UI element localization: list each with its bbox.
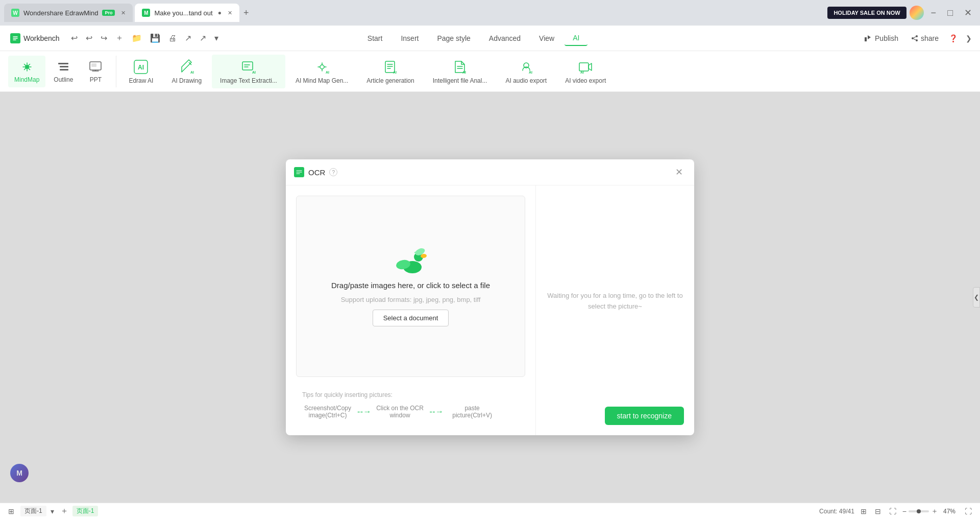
svg-rect-6 xyxy=(60,66,68,67)
ocr-waiting-text: Waiting for you for a long time, go to t… xyxy=(546,291,684,312)
nav-insert[interactable]: Insert xyxy=(393,31,427,45)
ai-drawing-button[interactable]: AI AI Drawing xyxy=(163,55,210,88)
fit-screen-button[interactable]: ⛶ xyxy=(887,506,898,516)
ocr-upload-sub-text: Support upload formats: jpg, jpeg, png, … xyxy=(341,296,481,303)
ai-audio-export-icon: AI xyxy=(518,59,534,75)
help-button[interactable]: ❓ xyxy=(947,32,960,44)
app: Workbench ↩ ↩ ↪ ＋ 📁 💾 🖨 ↗ ↗ ▾ Start Inse… xyxy=(0,26,980,519)
title-bar: Workbench ↩ ↩ ↪ ＋ 📁 💾 🖨 ↗ ↗ ▾ Start Inse… xyxy=(0,26,980,51)
intelligent-file-anal-button[interactable]: AI Intelligent file Anal... xyxy=(425,55,496,88)
ai-mindmap-gen-icon: AI xyxy=(314,59,330,75)
arrow-icon-1: - - → xyxy=(357,407,371,416)
zoom-in-button[interactable]: ＋ xyxy=(931,507,938,516)
ocr-select-document-button[interactable]: Select a document xyxy=(373,310,449,326)
export-button[interactable]: ↗ xyxy=(182,31,194,45)
tab-wondershare[interactable]: W Wondershare EdrawMind Pro ✕ xyxy=(4,4,133,22)
browser-chrome: W Wondershare EdrawMind Pro ✕ M Make you… xyxy=(0,0,980,26)
title-right: Publish share ❓ ❯ xyxy=(860,32,974,44)
nav-start[interactable]: Start xyxy=(359,31,391,45)
ocr-close-button[interactable]: ✕ xyxy=(672,166,686,179)
zoom-level: 47% xyxy=(940,508,959,515)
new-tab-button[interactable]: + xyxy=(241,6,251,20)
ocr-start-recognize-button[interactable]: start to recognize xyxy=(605,407,684,425)
page-dropdown-button[interactable]: ▾ xyxy=(48,506,56,516)
share-file-button[interactable]: ↗ xyxy=(197,31,209,45)
tab-make[interactable]: M Make you...tand out ● ✕ xyxy=(135,4,239,22)
ai-toolbar: AI Edraw AI AI AI Drawing AI Image Text … xyxy=(120,55,972,88)
tab-close-make[interactable]: ✕ xyxy=(228,10,232,16)
svg-rect-9 xyxy=(91,63,96,67)
outline-label: Outline xyxy=(54,76,73,83)
undo2-button[interactable]: ↩ xyxy=(83,31,95,45)
undo-button[interactable]: ↩ xyxy=(68,31,81,45)
ppt-button[interactable]: PPT xyxy=(81,56,110,87)
mindmap-icon xyxy=(20,60,34,74)
tab-close-wondershare[interactable]: ✕ xyxy=(121,10,126,16)
make-tab-title: Make you...tand out xyxy=(154,9,212,17)
svg-text:AI: AI xyxy=(580,70,584,74)
nav-page-style[interactable]: Page style xyxy=(429,31,478,45)
minimize-button[interactable]: − xyxy=(927,6,941,20)
maximize-button[interactable]: □ xyxy=(943,6,957,20)
layout-columns-button[interactable]: ⊞ xyxy=(859,506,869,516)
outline-icon xyxy=(56,60,70,74)
user-avatar[interactable] xyxy=(910,6,924,20)
ocr-step-1: Screenshot/Copy image(Ctrl+C) xyxy=(302,405,353,419)
edraw-ai-button[interactable]: AI Edraw AI xyxy=(120,55,161,88)
share-button[interactable]: share xyxy=(906,32,943,44)
ocr-arrow-1: - - → xyxy=(357,407,371,416)
print-button[interactable]: 🖨 xyxy=(165,32,180,45)
save-button[interactable]: 💾 xyxy=(147,31,163,45)
status-bar: ⊞ 页面-1 ▾ ＋ 页面-1 Count: 49/41 ⊞ ⊟ ⛶ − ＋ 4… xyxy=(0,503,980,519)
ai-mindmap-gen-label: AI Mind Map Gen... xyxy=(296,77,348,84)
canvas-area[interactable]: M ❮ OCR ? ✕ xyxy=(0,92,980,503)
new-file-button[interactable]: ＋ xyxy=(112,31,127,45)
holiday-banner[interactable]: HOLIDAY SALE ON NOW xyxy=(827,7,906,19)
tab-bar: W Wondershare EdrawMind Pro ✕ M Make you… xyxy=(4,4,823,22)
open-button[interactable]: 📁 xyxy=(129,31,145,45)
more-button[interactable]: ▾ xyxy=(211,31,222,45)
ocr-tips: Tips for quickly inserting pictures: Scr… xyxy=(296,385,525,425)
ppt-label: PPT xyxy=(90,76,102,83)
workbench-button[interactable]: Workbench xyxy=(6,31,64,45)
svg-point-1 xyxy=(916,35,918,37)
redo-button[interactable]: ↪ xyxy=(97,31,110,45)
add-page-button[interactable]: ＋ xyxy=(60,506,68,516)
page-label-left[interactable]: 页面-1 xyxy=(20,506,46,516)
collapse-button[interactable]: ❯ xyxy=(964,32,974,44)
edraw-ai-icon: AI xyxy=(133,59,149,75)
ocr-right-panel: Waiting for you for a long time, go to t… xyxy=(536,185,694,435)
zoom-out-button[interactable]: − xyxy=(902,507,906,515)
mindmap-button[interactable]: MindMap xyxy=(8,56,45,87)
nav-ai[interactable]: AI xyxy=(565,31,587,46)
ocr-header-icon xyxy=(294,167,304,177)
nav-view[interactable]: View xyxy=(531,31,562,45)
ocr-arrow-2: - - → xyxy=(430,407,443,416)
ocr-dialog: OCR ? ✕ xyxy=(286,159,694,435)
browser-controls: HOLIDAY SALE ON NOW − □ ✕ xyxy=(827,5,976,20)
ai-audio-export-button[interactable]: AI AI audio export xyxy=(497,55,555,88)
ocr-info-icon[interactable]: ? xyxy=(329,168,337,176)
ai-audio-export-label: AI audio export xyxy=(505,77,547,84)
view-buttons-group: MindMap Outline PPT xyxy=(8,56,116,87)
ai-mindmap-gen-button[interactable]: AI AI Mind Map Gen... xyxy=(287,55,356,88)
ocr-overlay: OCR ? ✕ xyxy=(0,92,980,503)
browser-close-button[interactable]: ✕ xyxy=(960,5,976,20)
ocr-upload-area[interactable]: Drag/paste images here, or click to sele… xyxy=(296,196,525,377)
toggle-sidebar-button[interactable]: ⊞ xyxy=(6,506,16,516)
svg-text:AI: AI xyxy=(138,64,144,71)
image-text-extract-button[interactable]: AI Image Text Extracti... xyxy=(212,55,285,88)
fullscreen-button[interactable]: ⛶ xyxy=(963,506,974,516)
publish-button[interactable]: Publish xyxy=(860,32,902,44)
status-left: ⊞ 页面-1 ▾ ＋ 页面-1 xyxy=(6,506,98,516)
outline-button[interactable]: Outline xyxy=(47,56,79,87)
zoom-slider-thumb[interactable] xyxy=(917,509,921,513)
nav-advanced[interactable]: Advanced xyxy=(481,31,529,45)
svg-rect-7 xyxy=(60,69,68,70)
ai-video-export-button[interactable]: AI AI video export xyxy=(557,55,614,88)
pro-badge: Pro xyxy=(102,10,115,16)
article-gen-icon: AI xyxy=(382,59,399,75)
layout-grid-button[interactable]: ⊟ xyxy=(873,506,883,516)
article-gen-button[interactable]: AI Article generation xyxy=(358,55,422,88)
page-label-active[interactable]: 页面-1 xyxy=(72,506,99,516)
